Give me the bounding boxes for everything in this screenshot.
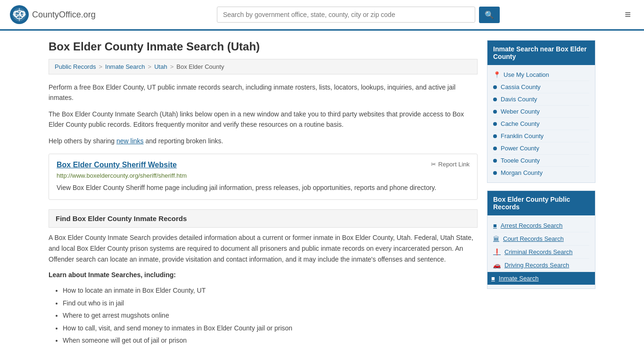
nearby-links-container: Cassia CountyDavis CountyWeber CountyCac… [493, 81, 589, 179]
rec-icon: ■ [491, 275, 495, 282]
find-section-body: A Box Elder County Inmate Search provide… [49, 232, 478, 346]
description-para1: Perform a free Box Elder County, UT publ… [49, 82, 478, 103]
nearby-section: Inmate Search near Box Elder County 📍 Us… [487, 40, 595, 183]
search-area: 🔍 [217, 7, 500, 23]
records-link[interactable]: 🚗Driving Records Search [493, 259, 589, 272]
new-links-link[interactable]: new links [116, 137, 144, 145]
link-card: Box Elder County Sheriff Website ✂ Repor… [49, 154, 478, 200]
dot-icon [493, 85, 497, 89]
content-area: Box Elder County Inmate Search (Utah) Pu… [49, 40, 478, 352]
nearby-county-link[interactable]: Tooele County [493, 155, 589, 167]
records-link[interactable]: 🏛Court Records Search [493, 232, 589, 246]
nearby-county-link[interactable]: Weber County [493, 106, 589, 118]
breadcrumb-public-records[interactable]: Public Records [55, 63, 96, 70]
rec-icon: ■ [493, 222, 497, 229]
hamburger-icon: ≡ [625, 8, 631, 20]
records-section-header: Box Elder County Public Records [487, 191, 595, 215]
dot-icon [493, 171, 497, 175]
nearby-section-header: Inmate Search near Box Elder County [487, 41, 595, 65]
nearby-county-link[interactable]: Cache County [493, 118, 589, 130]
nearby-county-link[interactable]: Power County [493, 142, 589, 155]
location-pin-icon: 📍 [493, 71, 501, 78]
sidebar: Inmate Search near Box Elder County 📍 Us… [487, 40, 595, 352]
logo-area: CO CountyOffice.org [9, 5, 96, 25]
link-card-title[interactable]: Box Elder County Sheriff Website [57, 161, 177, 169]
learn-heading: Learn about Inmate Searches, including: [49, 271, 176, 279]
records-section-body: ■Arrest Records Search🏛Court Records Sea… [487, 215, 595, 288]
description-para3: Help others by sharing new links and rep… [49, 136, 478, 146]
link-card-description: View Box Elder County Sheriff home page … [57, 183, 470, 193]
bullet-item: How to call, visit, and send money to in… [63, 323, 478, 333]
logo-text-area: CountyOffice.org [32, 10, 96, 20]
link-card-header: Box Elder County Sheriff Website ✂ Repor… [57, 161, 470, 169]
site-header: CO CountyOffice.org 🔍 ≡ [0, 0, 644, 31]
report-icon: ✂ [431, 161, 436, 168]
nearby-county-link[interactable]: Franklin County [493, 130, 589, 142]
learn-bullet-list: How to locate an inmate in Box Elder Cou… [49, 285, 478, 346]
dot-icon [493, 134, 497, 138]
nearby-section-title: Inmate Search near Box Elder County [493, 45, 586, 60]
nearby-county-link[interactable]: Davis County [493, 93, 589, 106]
find-body-text: A Box Elder County Inmate Search provide… [49, 232, 478, 265]
search-icon: 🔍 [485, 11, 494, 19]
breadcrumb-sep-2: > [148, 63, 152, 70]
dot-icon [493, 98, 497, 101]
search-input[interactable] [217, 7, 475, 23]
nearby-county-link[interactable]: Cassia County [493, 81, 589, 93]
breadcrumb: Public Records > Inmate Search > Utah > … [49, 59, 478, 74]
link-card-url[interactable]: http://www.boxeldercounty.org/sheriff/sh… [57, 172, 470, 179]
breadcrumb-current: Box Elder County [176, 63, 224, 70]
rec-icon: 🚗 [493, 262, 501, 269]
dot-icon [493, 110, 497, 114]
main-wrapper: Box Elder County Inmate Search (Utah) Pu… [39, 31, 605, 362]
rec-icon: ❗ [493, 248, 501, 255]
find-section-title: Find Box Elder County Inmate Records [56, 214, 471, 222]
bullet-item: Where to get arrest mugshots online [63, 310, 478, 321]
nearby-section-body: 📍 Use My Location Cassia CountyDavis Cou… [487, 65, 595, 182]
logo-text: CountyOffice.org [32, 10, 96, 19]
breadcrumb-sep-1: > [99, 63, 102, 70]
use-location[interactable]: 📍 Use My Location [493, 69, 589, 81]
find-section-header: Find Box Elder County Inmate Records [49, 209, 478, 228]
page-title: Box Elder County Inmate Search (Utah) [49, 40, 478, 53]
dot-icon [493, 122, 497, 126]
bullet-item: How to locate an inmate in Box Elder Cou… [63, 285, 478, 296]
records-link[interactable]: ■Arrest Records Search [493, 219, 589, 232]
menu-button[interactable]: ≡ [621, 7, 635, 23]
nearby-county-link[interactable]: Morgan County [493, 167, 589, 179]
search-button[interactable]: 🔍 [479, 7, 500, 23]
records-section-title: Box Elder County Public Records [493, 196, 570, 211]
rec-icon: 🏛 [493, 235, 499, 242]
records-link[interactable]: ❗Criminal Records Search [493, 246, 589, 259]
breadcrumb-sep-3: > [170, 63, 174, 70]
records-link[interactable]: ■Inmate Search [487, 272, 595, 285]
use-location-link[interactable]: Use My Location [504, 71, 549, 78]
description-para2: The Box Elder County Inmate Search (Utah… [49, 109, 478, 130]
site-logo-icon: CO [9, 5, 29, 25]
description-area: Perform a free Box Elder County, UT publ… [49, 82, 478, 146]
records-section: Box Elder County Public Records ■Arrest … [487, 190, 595, 289]
breadcrumb-utah[interactable]: Utah [154, 63, 167, 70]
bullet-item: When someone will get out of jail or pri… [63, 335, 478, 346]
report-link-button[interactable]: ✂ Report Link [431, 161, 470, 168]
breadcrumb-inmate-search[interactable]: Inmate Search [105, 63, 145, 70]
bullet-item: Find out who is in jail [63, 298, 478, 308]
dot-icon [493, 159, 497, 163]
dot-icon [493, 147, 497, 150]
